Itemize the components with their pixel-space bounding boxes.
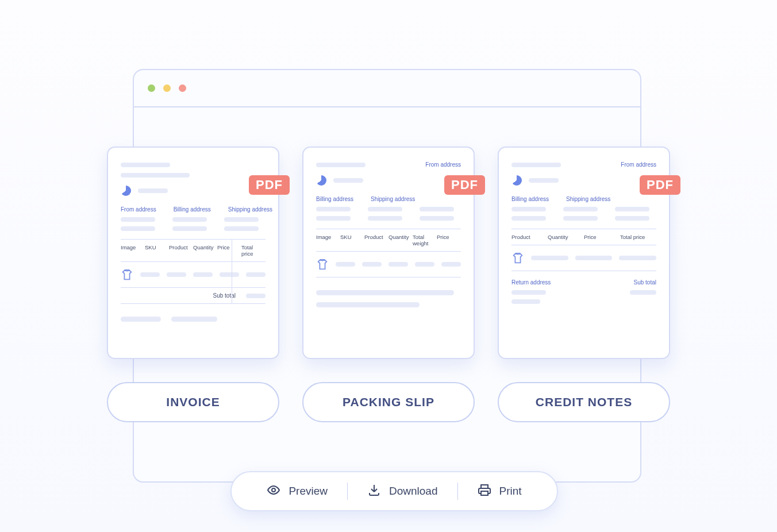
col-product: Product [169,244,193,257]
label-shipping-address: Shipping address [566,196,610,202]
col-total-price: Total price [241,244,266,257]
table-row [316,252,461,277]
col-image: Image [121,244,145,257]
traffic-light-close-icon [148,84,155,92]
subtotal-row: Sub total [121,288,266,304]
printer-icon [478,483,491,500]
browser-titlebar [134,70,640,107]
stage: PDF From address Billing address Shippin… [70,17,707,532]
tshirt-icon [511,252,524,264]
label-billing-address: Billing address [316,196,353,202]
svg-point-0 [272,488,275,492]
logo-icon [121,186,131,196]
label-shipping-address: Shipping address [371,196,415,202]
label-from-address: From address [425,161,461,168]
col-price: Price [584,234,620,240]
col-sku: SKU [145,244,169,257]
preview-label: Preview [289,485,328,498]
packing-slip-button[interactable]: PACKING SLIP [302,382,475,422]
col-total-price: Total price [620,234,656,240]
download-label: Download [389,485,438,498]
preview-button[interactable]: Preview [247,483,347,500]
print-label: Print [499,485,522,498]
packing-slip-card: PDF From address Billing address Shippin… [302,147,475,359]
col-quantity: Quantity [548,234,584,240]
packing-slip-button-label: PACKING SLIP [343,395,434,409]
logo-icon [511,175,522,186]
col-total-weight: Total weight [413,234,437,246]
label-subtotal: Sub total [634,279,656,286]
invoice-button[interactable]: INVOICE [107,382,279,422]
credit-return-subtotal: Return address Sub total [511,279,656,304]
invoice-table: Image SKU Product Quantity Price Total p… [121,239,266,304]
tshirt-icon [316,259,329,270]
col-quantity: Quantity [193,244,217,257]
col-product: Product [511,234,548,240]
table-row [511,245,656,271]
invoice-button-label: INVOICE [166,395,220,409]
invoice-address-labels: From address Billing address Shipping ad… [121,206,266,213]
action-bar: Preview Download Print [230,471,558,511]
col-product: Product [364,234,388,246]
credit-table: Product Quantity Price Total price [511,229,656,271]
label-billing-address: Billing address [511,196,549,202]
col-quantity: Quantity [388,234,413,246]
packing-table: Image SKU Product Quantity Total weight … [316,229,461,277]
download-button[interactable]: Download [348,483,457,500]
credit-notes-card: PDF From address Billing address Shippin… [498,147,670,359]
label-subtotal: Sub total [213,292,236,299]
label-return-address: Return address [511,279,551,286]
col-price: Price [217,244,241,257]
traffic-light-zoom-icon [179,84,186,92]
credit-notes-button[interactable]: CREDIT NOTES [498,382,670,422]
feature-illustration: PDF From address Billing address Shippin… [0,0,777,532]
label-from-address: From address [621,161,656,168]
eye-icon [267,483,280,500]
label-from-address: From address [121,206,156,213]
download-icon [367,483,381,500]
credit-address-labels: Billing address Shipping address [511,196,656,202]
label-shipping-address: Shipping address [228,206,272,213]
packing-address-labels: Billing address Shipping address [316,196,461,202]
invoice-card: PDF From address Billing address Shippin… [107,147,279,359]
col-sku: SKU [340,234,364,246]
print-button[interactable]: Print [458,483,541,500]
credit-notes-button-label: CREDIT NOTES [536,395,632,409]
col-price: Price [437,234,461,246]
traffic-light-minimize-icon [163,84,171,92]
tshirt-icon [121,269,133,280]
col-image: Image [316,234,340,246]
table-row [121,262,266,288]
logo-icon [316,175,326,186]
label-billing-address: Billing address [174,206,211,213]
